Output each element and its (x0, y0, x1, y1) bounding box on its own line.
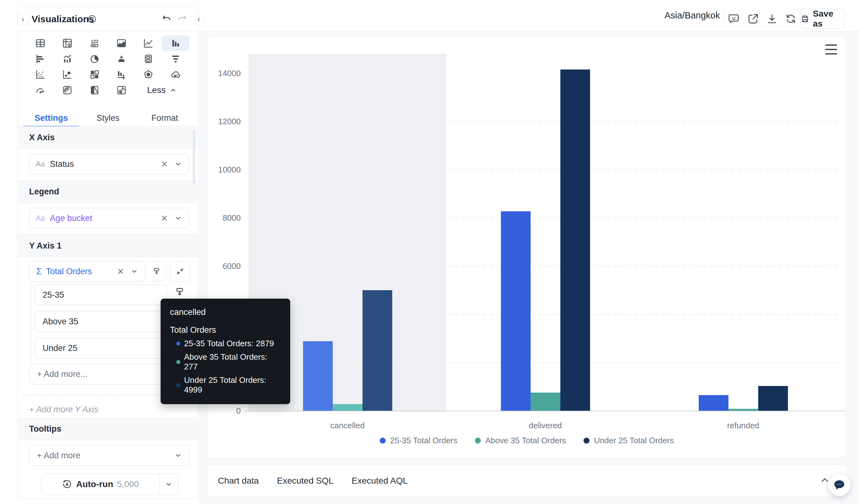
pivot-table-icon[interactable] (54, 35, 81, 51)
word-cloud-icon[interactable] (162, 67, 189, 82)
chevron-down-icon[interactable] (130, 268, 138, 275)
less-button[interactable]: Less (135, 82, 189, 98)
column-chart-icon[interactable] (162, 35, 189, 51)
share-icon[interactable] (747, 13, 759, 25)
collapse-panel-button[interactable] (193, 14, 205, 25)
refresh-icon[interactable] (784, 13, 797, 25)
scatter-plot-icon[interactable] (27, 67, 54, 82)
chevron-down-icon (174, 452, 182, 460)
legend-dot (584, 438, 589, 444)
conversion-funnel-icon[interactable] (108, 67, 135, 82)
panel-scrollbar[interactable] (193, 130, 195, 183)
bar-refunded-25-35 Total Orders[interactable] (699, 395, 728, 411)
legend-label: Under 25 Total Orders (594, 436, 674, 445)
combo-chart-icon[interactable] (54, 51, 81, 67)
tooltip-row: 25-35 Total Orders: 2879 (176, 339, 281, 348)
series-dot (176, 383, 180, 387)
pie-chart-icon[interactable] (81, 51, 108, 67)
chevron-down-icon[interactable] (174, 160, 182, 168)
bar-refunded-Under 25 Total Orders[interactable] (758, 386, 788, 411)
collapse-series-button[interactable] (170, 261, 190, 281)
undo-icon[interactable] (161, 14, 172, 25)
gauge-chart-icon[interactable] (27, 82, 54, 98)
bar-delivered-25-35 Total Orders[interactable] (501, 211, 531, 411)
y-axis-field[interactable]: Σ Total Orders (29, 261, 145, 282)
legend-field[interactable]: Aa Age bucket (29, 208, 189, 229)
scorecard-icon[interactable] (135, 51, 162, 67)
timezone-label: Asia/Bangkok (665, 0, 720, 31)
pyramid-chart-icon[interactable] (108, 51, 135, 67)
y-axis-tick-label: 8000 (216, 213, 241, 223)
remove-field-icon[interactable] (117, 268, 125, 275)
download-icon[interactable] (766, 13, 778, 25)
gridline-8000 (248, 217, 842, 218)
feedback-icon[interactable] (727, 13, 740, 25)
auto-run-button[interactable]: A Auto-run 5,000 (41, 474, 178, 495)
legend-item[interactable]: Under 25 Total Orders (584, 436, 674, 445)
section-y-axis-1: Y Axis 1 (18, 234, 198, 257)
tooltip-metric: Total Orders (170, 325, 281, 335)
bar-chart-icon[interactable] (27, 51, 54, 67)
bar-delivered-Under 25 Total Orders[interactable] (560, 70, 590, 411)
tab-settings[interactable]: Settings (23, 110, 79, 126)
bubble-chart-icon[interactable] (54, 67, 81, 82)
bar-cancelled-Above 35 Total Orders[interactable] (333, 404, 362, 411)
tab-chart-data[interactable]: Chart data (218, 476, 259, 486)
legend-item[interactable]: Above 35 Total Orders (475, 436, 566, 445)
x-axis-line (245, 411, 845, 411)
legend-item[interactable]: 25-35 Total Orders (380, 436, 457, 445)
area-chart-icon[interactable] (108, 35, 135, 51)
chevron-down-icon[interactable] (174, 214, 182, 222)
funnel-chart-icon[interactable] (162, 51, 189, 67)
chevron-down-icon (165, 480, 173, 488)
chevron-right-icon (20, 17, 26, 23)
tooltip-row: Above 35 Total Orders: 277 (176, 352, 281, 371)
expand-panel-button[interactable] (17, 14, 29, 26)
chart-legend: 25-35 Total OrdersAbove 35 Total OrdersU… (208, 436, 846, 445)
line-chart-icon[interactable] (135, 35, 162, 51)
help-icon[interactable] (87, 14, 97, 24)
auto-run-dropdown[interactable] (159, 474, 178, 494)
y-axis-tick-label: 0 (216, 406, 241, 416)
bar-delivered-Above 35 Total Orders[interactable] (531, 393, 560, 411)
section-x-axis: X Axis (18, 126, 198, 149)
map-chart-icon[interactable] (108, 82, 135, 98)
series-item-25-35[interactable]: 25-35 (35, 285, 167, 305)
retention-chart-icon[interactable] (54, 82, 81, 98)
add-more-y-axis-button[interactable]: + Add more Y Axis (29, 405, 98, 414)
redo-icon[interactable] (177, 14, 188, 25)
format-series-button[interactable] (147, 261, 166, 281)
series-item-under-25[interactable]: Under 25 (35, 338, 167, 358)
svg-text:A: A (65, 482, 69, 487)
tooltip-row: Under 25 Total Orders: 4999 (176, 375, 281, 395)
tooltips-add-more-button[interactable]: + Add more (29, 445, 189, 466)
treemap-icon[interactable] (81, 82, 108, 98)
number-kpi-icon[interactable]: 123 (81, 35, 108, 51)
tab-executed-sql[interactable]: Executed SQL (277, 476, 334, 486)
heatmap-icon[interactable] (81, 67, 108, 82)
x-axis-field[interactable]: Aa Status (29, 154, 189, 174)
chat-support-button[interactable] (828, 474, 850, 496)
legend-label: 25-35 Total Orders (390, 436, 457, 445)
bar-cancelled-25-35 Total Orders[interactable] (303, 341, 333, 411)
remove-field-icon[interactable] (160, 160, 168, 168)
tab-format[interactable]: Format (136, 110, 193, 126)
save-as-button[interactable]: Save as (800, 9, 844, 29)
gridline-4000 (248, 314, 842, 315)
series-item-above-35[interactable]: Above 35 (35, 311, 167, 332)
legend-label: Above 35 Total Orders (485, 436, 566, 445)
sigma-icon: Σ (36, 267, 42, 276)
remove-field-icon[interactable] (160, 214, 168, 222)
y-axis-tick-label: 6000 (216, 261, 241, 271)
tab-styles[interactable]: Styles (79, 110, 136, 126)
visualization-panel: Visualizations 123Less Settings Styles F… (17, 6, 199, 499)
bar-cancelled-Under 25 Total Orders[interactable] (362, 290, 392, 411)
auto-run-main[interactable]: A Auto-run 5,000 (41, 474, 159, 494)
chart-card: 02000400060008000100001200014000cancelle… (208, 36, 846, 458)
add-more-series-button[interactable]: + Add more... (29, 364, 167, 384)
tooltip-row-text: Under 25 Total Orders: 4999 (184, 375, 281, 395)
radar-chart-icon[interactable] (135, 67, 162, 82)
table-chart-icon[interactable] (27, 35, 54, 51)
paint-format-icon[interactable] (174, 286, 186, 298)
tab-executed-aql[interactable]: Executed AQL (351, 476, 408, 486)
